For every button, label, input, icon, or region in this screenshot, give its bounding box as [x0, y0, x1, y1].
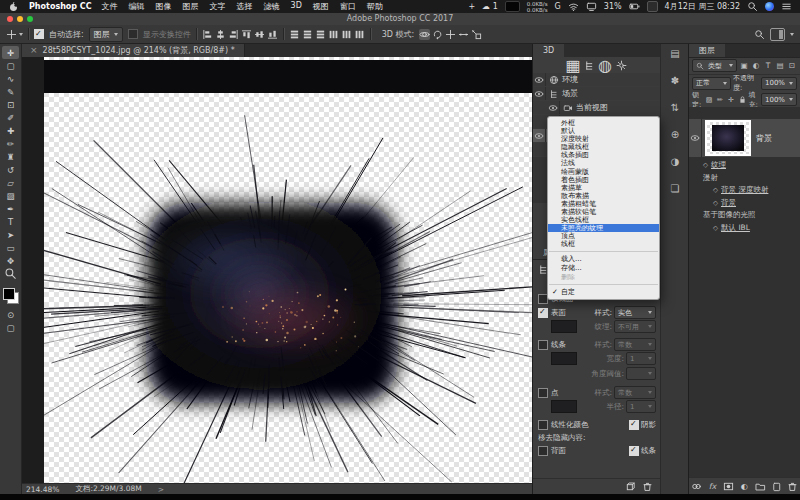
- texture-dropdown[interactable]: 不可用: [614, 320, 656, 333]
- align-left-icon[interactable]: [202, 29, 213, 40]
- delete-properties-icon[interactable]: [642, 481, 653, 492]
- menu-item-load[interactable]: 载入...: [548, 255, 659, 264]
- new-layer-icon[interactable]: [771, 481, 782, 492]
- shadows-checkbox[interactable]: [629, 420, 639, 430]
- menubar-item[interactable]: 帮助: [367, 1, 383, 12]
- layer-thumbnail[interactable]: [705, 120, 751, 156]
- align-bottom-icon[interactable]: [267, 29, 278, 40]
- type-tool[interactable]: T: [2, 215, 19, 228]
- gradient-tool[interactable]: ▨: [2, 189, 19, 202]
- app-menu-title[interactable]: Photoshop CC: [29, 2, 92, 11]
- menu-item-custom[interactable]: 自定: [548, 288, 659, 297]
- 3d-roll-icon[interactable]: [432, 29, 443, 40]
- distribute-left-icon[interactable]: [328, 29, 339, 40]
- lines-checkbox[interactable]: [538, 340, 548, 350]
- surface-color-swatch[interactable]: [551, 320, 577, 333]
- align-top-icon[interactable]: [241, 29, 252, 40]
- panel-dock-icon-5[interactable]: ◑: [670, 156, 681, 167]
- apple-menu-icon[interactable]: [8, 1, 19, 12]
- show-transform-checkbox[interactable]: [128, 29, 138, 39]
- layer-filter-dropdown[interactable]: 类型: [692, 59, 737, 72]
- hidden-lines-checkbox[interactable]: [629, 446, 639, 456]
- lock-position-icon[interactable]: ✛: [727, 95, 736, 104]
- distribute-middle-icon[interactable]: [302, 29, 313, 40]
- link-layers-icon[interactable]: [691, 481, 702, 492]
- 3d-filter-material-icon[interactable]: ◍: [600, 60, 611, 71]
- 3d-item-scene[interactable]: 场景: [533, 87, 661, 101]
- notification-center-icon[interactable]: [781, 1, 792, 12]
- width-dropdown[interactable]: 1: [626, 352, 656, 365]
- menu-item-preset[interactable]: 线条插图: [548, 151, 659, 159]
- cloud-icon[interactable]: ☁ 1: [482, 2, 498, 11]
- panel-dock-icon-4[interactable]: ⊕: [670, 129, 681, 140]
- menu-item-preset[interactable]: 实色线框: [548, 216, 659, 224]
- align-middle-vertical-icon[interactable]: [254, 29, 265, 40]
- menu-item-preset[interactable]: 素描草: [548, 184, 659, 192]
- menu-item-preset[interactable]: 顶点: [548, 232, 659, 240]
- auto-select-checkbox[interactable]: [34, 29, 44, 39]
- layer-row-background[interactable]: 背景: [689, 119, 800, 157]
- plus-icon[interactable]: +: [468, 2, 475, 11]
- input-source-icon[interactable]: [505, 1, 520, 12]
- delete-layer-icon[interactable]: [787, 481, 798, 492]
- menu-item-preset[interactable]: 隐藏线框: [548, 143, 659, 151]
- search-icon[interactable]: [754, 29, 765, 40]
- menu-item-preset[interactable]: 素描软铅笔: [548, 208, 659, 216]
- surface-style-dropdown[interactable]: 实色: [614, 306, 656, 319]
- menu-item-preset[interactable]: 散布素描: [548, 192, 659, 200]
- visibility-toggle[interactable]: [533, 87, 546, 100]
- layer-style-icon[interactable]: fx: [707, 481, 718, 492]
- proxy-app-icon[interactable]: G: [555, 2, 561, 11]
- 3d-filter-light-icon[interactable]: [616, 60, 627, 71]
- radius-dropdown[interactable]: 1: [626, 400, 656, 413]
- filter-adjustment-layers-icon[interactable]: ◐: [751, 61, 761, 71]
- 3d-scale-icon[interactable]: [471, 29, 482, 40]
- color-swatches[interactable]: [3, 288, 19, 304]
- filter-type-layers-icon[interactable]: T: [763, 61, 773, 71]
- distribute-bottom-icon[interactable]: [315, 29, 326, 40]
- healing-brush-tool[interactable]: ✚: [2, 124, 19, 137]
- filter-smart-objects-icon[interactable]: ⊡: [787, 61, 797, 71]
- add-mask-icon[interactable]: [723, 481, 734, 492]
- menu-item-preset[interactable]: 外框: [548, 119, 659, 127]
- foreground-color-swatch[interactable]: [3, 288, 15, 300]
- menubar-item[interactable]: 视图: [313, 1, 329, 12]
- points-checkbox[interactable]: [538, 388, 548, 398]
- visibility-toggle[interactable]: [533, 73, 546, 86]
- panel-dock-icon-2[interactable]: ✽: [670, 75, 681, 86]
- layer-visibility-toggle[interactable]: [689, 119, 702, 157]
- panel-dock-icon-1[interactable]: ▤: [670, 48, 681, 59]
- quick-mask-icon[interactable]: ⊙: [2, 308, 19, 321]
- wifi-icon[interactable]: [568, 1, 579, 12]
- menubar-item[interactable]: 编辑: [129, 1, 145, 12]
- align-center-horizontal-icon[interactable]: [215, 29, 226, 40]
- zoom-level[interactable]: 214.48%: [26, 485, 59, 494]
- document-tab[interactable]: × 28t58PCSYT_1024.jpg @ 214% (背景, RGB/8#…: [21, 43, 245, 57]
- texture-depth-map[interactable]: ◇ 背景 深度映射: [689, 184, 800, 197]
- move-tool[interactable]: ✛: [2, 46, 19, 59]
- angle-threshold-dropdown[interactable]: [626, 367, 656, 380]
- 3d-pan-icon[interactable]: [445, 29, 456, 40]
- menubar-item[interactable]: 文字: [210, 1, 226, 12]
- 3d-item-environment[interactable]: 环境: [533, 73, 661, 87]
- ibl-group[interactable]: ◇ 基于图像的光照: [689, 209, 800, 222]
- menu-item-preset[interactable]: 未照亮的纹理: [548, 224, 659, 232]
- spotlight-icon[interactable]: [747, 1, 758, 12]
- path-selection-tool[interactable]: ➤: [2, 228, 19, 241]
- panel-dock-icon-6[interactable]: ❏: [670, 183, 681, 194]
- menu-item-preset[interactable]: 法线: [548, 159, 659, 167]
- filter-pixel-layers-icon[interactable]: ▣: [739, 61, 749, 71]
- history-brush-tool[interactable]: ↺: [2, 163, 19, 176]
- pen-tool[interactable]: ✒: [2, 202, 19, 215]
- status-arrow-icon[interactable]: >: [158, 485, 164, 494]
- menubar-item[interactable]: 文件: [102, 1, 118, 12]
- hand-tool[interactable]: ✥: [2, 254, 19, 267]
- current-tool-indicator[interactable]: [6, 29, 23, 40]
- 3d-filter-mesh-icon[interactable]: [584, 60, 595, 71]
- texture-default-ibl[interactable]: ◇ 默认 IBL: [689, 222, 800, 235]
- adjustment-layer-icon[interactable]: ◐: [739, 481, 750, 492]
- workspace-switcher-icon[interactable]: [770, 28, 785, 41]
- menu-item-save[interactable]: 存储...: [548, 264, 659, 273]
- surface-checkbox[interactable]: [538, 308, 548, 318]
- eraser-tool[interactable]: ▱: [2, 176, 19, 189]
